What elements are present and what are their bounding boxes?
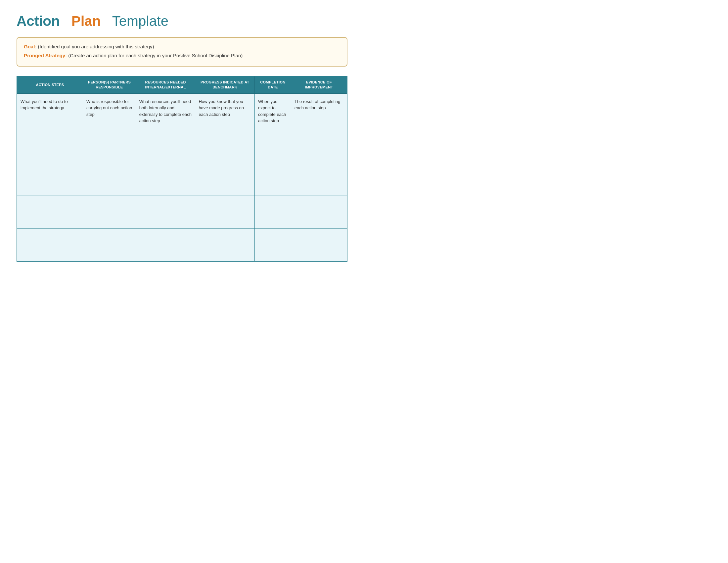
header-resources-needed: RESOURCES NEEDED INTERNAL/EXTERNAL bbox=[136, 76, 195, 93]
row1-progress[interactable] bbox=[195, 129, 255, 162]
table-row bbox=[17, 162, 347, 195]
pronged-line: Pronged Strategy: (Create an action plan… bbox=[24, 52, 340, 60]
row2-persons[interactable] bbox=[83, 162, 136, 195]
description-row: What you'll need to do to implement the … bbox=[17, 93, 347, 129]
header-completion-date: COMPLETION DATE bbox=[255, 76, 291, 93]
table-row bbox=[17, 228, 347, 261]
row3-resources[interactable] bbox=[136, 195, 195, 228]
header-action-steps: ACTION STEPS bbox=[17, 76, 83, 93]
resources-desc: What resources you'll need both internal… bbox=[136, 93, 195, 129]
header-progress-benchmark: PROGRESS INDICATED AT BENCHMARK bbox=[195, 76, 255, 93]
row2-evidence[interactable] bbox=[291, 162, 347, 195]
header-evidence-improvement: EVIDENCE OF IMPROVEMENT bbox=[291, 76, 347, 93]
persons-desc: Who is responsible for carrying out each… bbox=[83, 93, 136, 129]
row3-action[interactable] bbox=[17, 195, 83, 228]
title-plan: Plan bbox=[71, 13, 101, 29]
row3-persons[interactable] bbox=[83, 195, 136, 228]
goal-text: (Identified goal you are addressing with… bbox=[38, 44, 154, 49]
row4-evidence[interactable] bbox=[291, 228, 347, 261]
row2-action[interactable] bbox=[17, 162, 83, 195]
evidence-desc: The result of completing each action ste… bbox=[291, 93, 347, 129]
row4-resources[interactable] bbox=[136, 228, 195, 261]
goal-box: Goal: (Identified goal you are addressin… bbox=[17, 37, 347, 67]
row4-progress[interactable] bbox=[195, 228, 255, 261]
row3-evidence[interactable] bbox=[291, 195, 347, 228]
row4-persons[interactable] bbox=[83, 228, 136, 261]
table-row bbox=[17, 129, 347, 162]
row2-completion[interactable] bbox=[255, 162, 291, 195]
action-steps-desc: What you'll need to do to implement the … bbox=[17, 93, 83, 129]
header-persons-responsible: PERSON(S) PARTNERS RESPONSIBLE bbox=[83, 76, 136, 93]
row4-completion[interactable] bbox=[255, 228, 291, 261]
goal-label: Goal: bbox=[24, 44, 36, 49]
pronged-label: Pronged Strategy: bbox=[24, 53, 67, 58]
table-row bbox=[17, 195, 347, 228]
page-title: Action Plan Template bbox=[17, 13, 347, 29]
row1-evidence[interactable] bbox=[291, 129, 347, 162]
row1-persons[interactable] bbox=[83, 129, 136, 162]
row1-action[interactable] bbox=[17, 129, 83, 162]
row1-completion[interactable] bbox=[255, 129, 291, 162]
row2-progress[interactable] bbox=[195, 162, 255, 195]
action-plan-table: ACTION STEPS PERSON(S) PARTNERS RESPONSI… bbox=[17, 76, 347, 261]
row1-resources[interactable] bbox=[136, 129, 195, 162]
title-action: Action bbox=[17, 13, 60, 29]
row4-action[interactable] bbox=[17, 228, 83, 261]
progress-desc: How you know that you have made progress… bbox=[195, 93, 255, 129]
row3-progress[interactable] bbox=[195, 195, 255, 228]
table-header-row: ACTION STEPS PERSON(S) PARTNERS RESPONSI… bbox=[17, 76, 347, 93]
title-template: Template bbox=[112, 13, 168, 29]
completion-desc: When you expect to complete each action … bbox=[255, 93, 291, 129]
row3-completion[interactable] bbox=[255, 195, 291, 228]
pronged-text: (Create an action plan for each strategy… bbox=[68, 53, 243, 58]
goal-line: Goal: (Identified goal you are addressin… bbox=[24, 43, 340, 51]
row2-resources[interactable] bbox=[136, 162, 195, 195]
